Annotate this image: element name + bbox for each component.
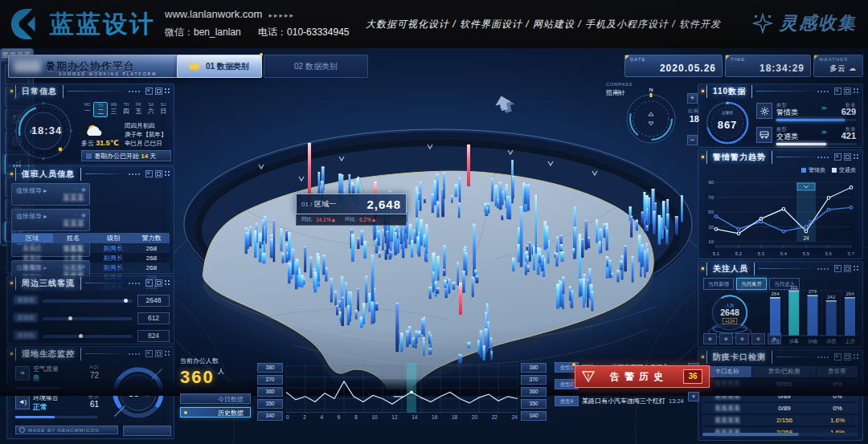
duty-table-header[interactable]: 区域姓名级别警力数: [11, 233, 170, 243]
lunar-line[interactable]: 辛巳月 己巳日: [125, 139, 173, 148]
cp-name[interactable]: 某某某某: [702, 404, 752, 413]
legend-swatch[interactable]: [832, 168, 837, 173]
grid-icon[interactable]: [165, 88, 170, 94]
count-value[interactable]: 629: [841, 107, 856, 116]
eco-metric[interactable]: ◄)环境噪音正常分贝61: [15, 393, 100, 422]
x-tick[interactable]: 2: [303, 414, 306, 420]
checkpoint-header[interactable]: 卡口名称异常/已检测异常率: [702, 366, 858, 377]
cell[interactable]: 某某区: [11, 263, 53, 272]
car-icon[interactable]: [756, 127, 772, 143]
cell[interactable]: 某某区: [11, 254, 53, 263]
id-card-icon[interactable]: ◈: [751, 333, 765, 344]
yaxis-chip[interactable]: 360: [257, 387, 283, 397]
x-tick[interactable]: 16: [432, 414, 437, 420]
cell[interactable]: 副局长: [93, 263, 133, 272]
yaxis-chip[interactable]: 340: [521, 411, 547, 421]
scroll-down-button[interactable]: ▼: [688, 392, 699, 401]
weekday-cn[interactable]: 六: [145, 107, 157, 116]
alert-type-badge[interactable]: 类型4: [555, 396, 579, 406]
col-header[interactable]: 级别: [93, 234, 133, 242]
grid-icon[interactable]: [854, 154, 859, 160]
close-icon[interactable]: [834, 265, 841, 272]
compass-dial[interactable]: N: [622, 88, 680, 146]
yaxis-chip[interactable]: 370: [521, 375, 547, 385]
close-icon[interactable]: [834, 153, 841, 161]
weekday[interactable]: TH四: [120, 102, 132, 117]
zoom-in-button[interactable]: +: [687, 93, 698, 104]
metric-value[interactable]: 72: [90, 371, 99, 380]
checkpoint-row[interactable]: 某某某某0/890%: [702, 391, 858, 401]
flow-label[interactable]: 某某线: [14, 331, 38, 340]
duty-card[interactable]: 值班领导 ▸⋯ ◉某某某: [11, 183, 90, 206]
flow-label[interactable]: 某某线: [14, 313, 38, 322]
grid-icon[interactable]: [854, 354, 859, 360]
zoom-out-button[interactable]: −: [687, 135, 698, 145]
duty-role[interactable]: 值班领导 ▸: [16, 186, 47, 195]
speaker-icon[interactable]: ◄): [15, 395, 30, 409]
yaxis-chip[interactable]: 340: [257, 411, 283, 421]
cp-rate[interactable]: 1.6%: [817, 417, 858, 424]
weekday-cn[interactable]: 四: [120, 107, 132, 116]
legend-item[interactable]: 警情类: [801, 166, 825, 174]
count-bar[interactable]: [776, 119, 857, 121]
yaxis-chip[interactable]: 360: [521, 387, 547, 397]
col-header[interactable]: 异常/已检测: [752, 366, 817, 377]
arrow-icon[interactable]: ≫: [821, 105, 827, 112]
checkpoint-row[interactable]: 某某某某2/1561.6%: [702, 415, 858, 426]
tab-data-category-1[interactable]: 01 数据类别: [177, 55, 262, 78]
weekday-cn[interactable]: 一: [81, 107, 93, 116]
eco-metric[interactable]: ❧空气质量良AQI72: [15, 365, 100, 393]
table-row[interactable]: 某某区张某某副局长268: [11, 243, 170, 253]
cp-rate[interactable]: 0%: [817, 393, 858, 400]
person-icon[interactable]: ◈: [703, 333, 717, 344]
yaxis-chip[interactable]: 380: [257, 363, 283, 373]
weekday[interactable]: MO一: [81, 102, 93, 117]
leaf-icon[interactable]: ❧: [15, 366, 30, 381]
legend-item[interactable]: 交通类: [832, 166, 856, 174]
x-tick[interactable]: 0: [286, 414, 289, 420]
data110-row[interactable]: 类型交通类≫数量421: [756, 126, 858, 150]
metric-name[interactable]: 环境噪音: [33, 393, 59, 402]
window-icon[interactable]: [844, 153, 851, 161]
weekday[interactable]: SU日: [158, 102, 170, 117]
x-tick[interactable]: 6: [338, 414, 341, 420]
x-tick[interactable]: 14: [411, 414, 417, 420]
window-icon[interactable]: [155, 88, 162, 95]
cp-rate[interactable]: 0%: [817, 405, 858, 412]
weekday[interactable]: FR五: [133, 102, 145, 117]
cp-rate[interactable]: 0%: [817, 381, 858, 388]
lunar-line[interactable]: 庚子年【鼠年】: [125, 130, 173, 139]
alert-history-banner[interactable]: 告警历史 36: [575, 365, 710, 388]
duty-role[interactable]: 值班领导 ▸: [16, 212, 47, 221]
yaxis-chip[interactable]: 350: [257, 399, 283, 409]
metric-status[interactable]: 良: [33, 373, 40, 384]
close-icon[interactable]: [834, 88, 841, 95]
window-icon[interactable]: [844, 353, 851, 360]
cell[interactable]: 张某某: [53, 244, 93, 253]
col-header[interactable]: 异常率: [817, 366, 858, 377]
flow-endpoint[interactable]: [124, 299, 128, 303]
close-icon[interactable]: [145, 170, 153, 177]
cell[interactable]: 268: [133, 255, 170, 262]
tab-data-category-2[interactable]: 02 数据类别: [264, 55, 368, 78]
weekday[interactable]: TU二: [93, 102, 107, 117]
metric-status[interactable]: 正常: [33, 402, 47, 413]
x-tick[interactable]: 10: [371, 414, 377, 420]
cell[interactable]: 副局长: [93, 244, 133, 253]
cp-name[interactable]: 某某某某: [702, 392, 752, 401]
flow-value[interactable]: 824: [137, 330, 170, 342]
key-icon[interactable]: ◈: [719, 333, 733, 344]
type-name[interactable]: 警情类: [776, 108, 798, 118]
cell[interactable]: 某某区: [11, 244, 53, 253]
x-tick[interactable]: 4: [321, 414, 324, 420]
weekday[interactable]: WE三: [108, 102, 120, 117]
legend-swatch[interactable]: [801, 168, 806, 173]
x-tick[interactable]: 8: [354, 414, 358, 420]
metric-bar[interactable]: [15, 416, 97, 418]
close-icon[interactable]: [145, 350, 153, 357]
x-tick[interactable]: 24: [512, 414, 518, 420]
count-bar[interactable]: [776, 143, 857, 145]
duty-name[interactable]: 某某某: [63, 218, 84, 229]
cp-ratio[interactable]: 0/89: [752, 393, 817, 400]
window-icon[interactable]: [155, 170, 162, 177]
